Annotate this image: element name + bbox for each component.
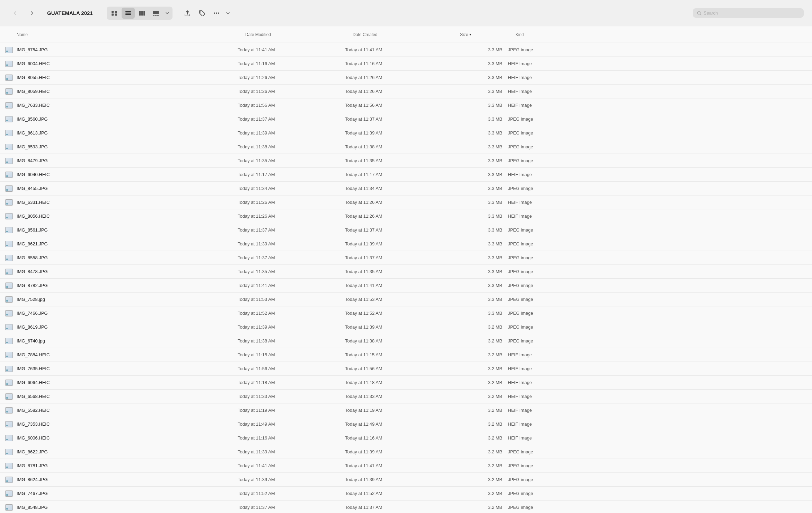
table-row[interactable]: IMG_7633.HEIC Today at 11:56 AM Today at…	[0, 98, 812, 112]
col-header-modified[interactable]: Date Modified	[245, 32, 353, 37]
table-row[interactable]: IMG_6064.HEIC Today at 11:18 AM Today at…	[0, 376, 812, 390]
table-row[interactable]: IMG_8055.HEIC Today at 11:26 AM Today at…	[0, 71, 812, 85]
file-kind: HEIF Image	[508, 89, 812, 94]
file-name: IMG_8478.JPG	[17, 269, 238, 274]
file-size: 3.3 MB	[452, 47, 508, 52]
file-name: IMG_7528.jpg	[17, 297, 238, 302]
file-created: Today at 11:37 AM	[345, 227, 452, 233]
file-size: 3.3 MB	[452, 130, 508, 136]
file-size: 3.3 MB	[452, 172, 508, 177]
table-row[interactable]: IMG_8548.JPG Today at 11:37 AM Today at …	[0, 501, 812, 513]
table-row[interactable]: IMG_7528.jpg Today at 11:53 AM Today at …	[0, 293, 812, 306]
file-created: Today at 11:37 AM	[345, 505, 452, 510]
file-modified: Today at 11:52 AM	[238, 311, 345, 316]
file-name: IMG_8782.JPG	[17, 283, 238, 288]
forward-button[interactable]	[25, 6, 39, 20]
table-row[interactable]: IMG_8754.JPG Today at 11:41 AM Today at …	[0, 43, 812, 57]
file-icon	[5, 365, 13, 373]
table-row[interactable]: IMG_8479.JPG Today at 11:35 AM Today at …	[0, 154, 812, 168]
file-created: Today at 11:26 AM	[345, 200, 452, 205]
svg-rect-5	[125, 12, 131, 14]
file-icon	[5, 60, 13, 68]
table-row[interactable]: IMG_5582.HEIC Today at 11:19 AM Today at…	[0, 403, 812, 417]
view-gallery-button[interactable]	[149, 8, 162, 19]
table-row[interactable]: IMG_8478.JPG Today at 11:35 AM Today at …	[0, 265, 812, 279]
svg-rect-0	[112, 11, 114, 13]
file-kind: HEIF Image	[508, 214, 812, 219]
svg-point-14	[200, 11, 201, 12]
file-size: 3.3 MB	[452, 227, 508, 233]
file-created: Today at 11:35 AM	[345, 269, 452, 274]
file-name: IMG_6331.HEIC	[17, 200, 238, 205]
table-row[interactable]: IMG_7353.HEIC Today at 11:49 AM Today at…	[0, 417, 812, 431]
dropdown-button[interactable]	[224, 7, 231, 20]
table-row[interactable]: IMG_8056.HEIC Today at 11:26 AM Today at…	[0, 209, 812, 223]
table-row[interactable]: IMG_7467.JPG Today at 11:52 AM Today at …	[0, 487, 812, 501]
table-row[interactable]: IMG_8059.HEIC Today at 11:26 AM Today at…	[0, 85, 812, 98]
table-row[interactable]: IMG_6740.jpg Today at 11:38 AM Today at …	[0, 334, 812, 348]
table-row[interactable]: IMG_8455.JPG Today at 11:34 AM Today at …	[0, 182, 812, 195]
table-row[interactable]: IMG_8624.JPG Today at 11:39 AM Today at …	[0, 473, 812, 487]
svg-rect-1	[115, 11, 117, 13]
file-modified: Today at 11:34 AM	[238, 186, 345, 191]
table-row[interactable]: IMG_7884.HEIC Today at 11:15 AM Today at…	[0, 348, 812, 362]
file-size: 3.2 MB	[452, 491, 508, 496]
table-row[interactable]: IMG_8781.JPG Today at 11:41 AM Today at …	[0, 459, 812, 473]
file-size: 3.2 MB	[452, 380, 508, 385]
col-header-created[interactable]: Date Created	[353, 32, 460, 37]
table-row[interactable]: IMG_8622.JPG Today at 11:39 AM Today at …	[0, 445, 812, 459]
view-dropdown-button[interactable]	[163, 8, 171, 19]
view-list-button[interactable]	[122, 8, 135, 19]
file-kind: HEIF Image	[508, 394, 812, 399]
table-row[interactable]: IMG_7635.HEIC Today at 11:56 AM Today at…	[0, 362, 812, 376]
file-kind: JPEG image	[508, 130, 812, 136]
file-name: IMG_6006.HEIC	[17, 435, 238, 441]
share-button[interactable]	[181, 7, 194, 20]
search-bar[interactable]	[693, 8, 804, 18]
table-row[interactable]: IMG_6040.HEIC Today at 11:17 AM Today at…	[0, 168, 812, 182]
file-size: 3.2 MB	[452, 477, 508, 482]
view-icon-button[interactable]	[108, 8, 121, 19]
file-kind: JPEG image	[508, 338, 812, 344]
file-kind: JPEG image	[508, 227, 812, 233]
col-header-size[interactable]: Size ▾	[460, 32, 515, 37]
col-header-kind[interactable]: Kind	[515, 32, 812, 37]
file-modified: Today at 11:18 AM	[238, 380, 345, 385]
file-kind: JPEG image	[508, 186, 812, 191]
back-button[interactable]	[8, 6, 22, 20]
tag-button[interactable]	[195, 7, 209, 20]
file-name: IMG_8056.HEIC	[17, 214, 238, 219]
col-header-name[interactable]: Name	[17, 32, 245, 37]
table-row[interactable]: IMG_7466.JPG Today at 11:52 AM Today at …	[0, 306, 812, 320]
table-row[interactable]: IMG_8593.JPG Today at 11:38 AM Today at …	[0, 140, 812, 154]
more-button[interactable]	[210, 7, 223, 20]
table-row[interactable]: IMG_8782.JPG Today at 11:41 AM Today at …	[0, 279, 812, 293]
table-row[interactable]: IMG_6568.HEIC Today at 11:33 AM Today at…	[0, 390, 812, 403]
view-column-button[interactable]	[135, 8, 149, 19]
table-row[interactable]: IMG_8619.JPG Today at 11:39 AM Today at …	[0, 320, 812, 334]
table-row[interactable]: IMG_6331.HEIC Today at 11:26 AM Today at…	[0, 195, 812, 209]
table-row[interactable]: IMG_8560.JPG Today at 11:37 AM Today at …	[0, 112, 812, 126]
search-input[interactable]	[704, 10, 800, 16]
table-row[interactable]: IMG_8613.JPG Today at 11:39 AM Today at …	[0, 126, 812, 140]
table-row[interactable]: IMG_8621.JPG Today at 11:39 AM Today at …	[0, 237, 812, 251]
table-row[interactable]: IMG_6004.HEIC Today at 11:16 AM Today at…	[0, 57, 812, 71]
file-size: 3.3 MB	[452, 186, 508, 191]
file-created: Today at 11:39 AM	[345, 241, 452, 246]
file-kind: JPEG image	[508, 144, 812, 149]
file-name: IMG_6004.HEIC	[17, 61, 238, 66]
file-icon	[5, 129, 13, 137]
file-size: 3.2 MB	[452, 435, 508, 441]
file-created: Today at 11:41 AM	[345, 463, 452, 468]
table-row[interactable]: IMG_8558.JPG Today at 11:37 AM Today at …	[0, 251, 812, 265]
window-title: GUATEMALA 2021	[47, 10, 93, 16]
table-row[interactable]: IMG_8561.JPG Today at 11:37 AM Today at …	[0, 223, 812, 237]
file-icon	[5, 476, 13, 484]
file-icon	[5, 171, 13, 179]
file-modified: Today at 11:52 AM	[238, 491, 345, 496]
table-row[interactable]: IMG_6006.HEIC Today at 11:16 AM Today at…	[0, 431, 812, 445]
file-kind: JPEG image	[508, 297, 812, 302]
file-name: IMG_8622.JPG	[17, 449, 238, 454]
file-name: IMG_8455.JPG	[17, 186, 238, 191]
file-created: Today at 11:52 AM	[345, 311, 452, 316]
